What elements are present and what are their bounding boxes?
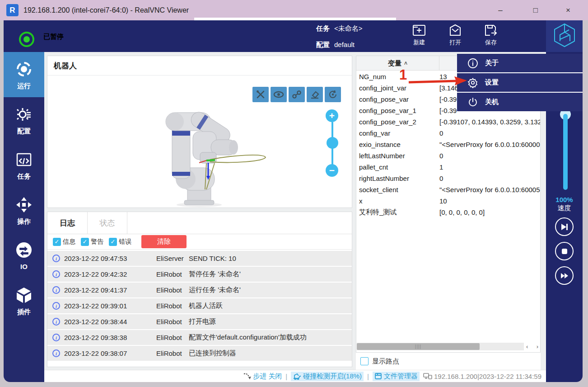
variable-row[interactable]: exio_instance "<ServerProxy for 6.0.0.10… [356, 139, 540, 150]
step-mode-toggle[interactable]: 步进 关闭 [243, 372, 282, 381]
collision-icon [293, 373, 301, 380]
speed-slider-track[interactable] [563, 114, 568, 190]
collision-detect-toggle[interactable]: 碰撞检测开启(18%) [291, 372, 364, 381]
reset-view-icon [327, 89, 338, 100]
variable-name: leftLastNumber [359, 152, 439, 160]
log-time: 2023-12-22 09:38:38 [64, 334, 144, 341]
maximize-button[interactable]: □ [523, 0, 548, 20]
variable-name: 艾利特_测试 [359, 208, 439, 217]
log-time: 2023-12-22 09:38:07 [64, 349, 144, 357]
scroll-left-icon[interactable]: ‹ [526, 343, 528, 350]
h-scrollbar-thumb[interactable]: |||| [357, 343, 480, 350]
info-circle-icon: i [52, 318, 60, 326]
log-row[interactable]: i 2023-12-22 09:39:01 EliRobot 机器人活跃 [47, 298, 352, 313]
log-message: 机器人活跃 [189, 302, 223, 310]
log-time: 2023-12-22 09:41:37 [64, 286, 144, 294]
variable-name: config_pose_var_1 [359, 107, 439, 114]
new-task-button[interactable]: 新建 [405, 24, 434, 47]
log-row[interactable]: i 2023-12-22 09:41:37 EliRobot 运行任务 '未命名… [47, 283, 352, 297]
sidebar-item-plugin[interactable]: 插件 [4, 278, 44, 323]
tab-status[interactable]: 状态 [88, 212, 127, 234]
robot-3d-view[interactable] [47, 76, 352, 208]
open-task-button[interactable]: 打开 [441, 24, 470, 47]
step-next-button[interactable] [555, 217, 574, 236]
tab-log[interactable]: 日志 [47, 212, 88, 234]
show-waypoints-label: 显示路点 [372, 357, 399, 366]
save-task-button[interactable]: 保存 [476, 24, 505, 47]
log-row[interactable]: i 2023-12-22 09:47:53 EliServer SEND TIC… [47, 251, 352, 266]
log-source: EliServer [156, 255, 189, 262]
minimize-button[interactable]: – [488, 0, 513, 20]
variable-row[interactable]: x 10 [356, 195, 540, 207]
variable-value: 0 [439, 152, 443, 160]
variable-name: config_pose_var [359, 95, 439, 103]
sidebar-item-operate[interactable]: 操作 [4, 188, 44, 233]
log-source: EliRobot [156, 302, 189, 310]
variable-row[interactable]: config_var 0 [356, 127, 540, 139]
variable-value: "<ServerProxy for 6.0.0.10:60000, [439, 141, 540, 148]
scroll-right-icon[interactable]: › [537, 343, 538, 350]
menu-item-settings[interactable]: 设置 [457, 73, 583, 92]
stop-button[interactable] [555, 242, 574, 260]
sidebar-item-label: 插件 [4, 308, 44, 316]
new-task-label: 新建 [405, 38, 434, 47]
zoom-slider-thumb[interactable] [327, 137, 338, 149]
log-message: 运行任务 '未命名' [189, 286, 241, 294]
path-button[interactable] [289, 87, 305, 102]
file-manager-button[interactable]: 文件管理器 [373, 372, 420, 381]
new-file-icon [405, 24, 434, 37]
zoom-in-button[interactable]: + [326, 109, 338, 122]
filter-warn-checkbox[interactable]: ✓ [81, 238, 89, 246]
eraser-icon [309, 90, 320, 99]
close-button[interactable]: × [555, 0, 581, 20]
sidebar-item-task[interactable]: 任务 [4, 142, 44, 188]
show-waypoints-checkbox[interactable] [360, 357, 369, 365]
sidebar-item-config[interactable]: 配置 [4, 97, 44, 142]
eraser-button[interactable] [307, 87, 323, 102]
tools-button[interactable] [252, 87, 269, 102]
brand-menu-button[interactable] [546, 20, 583, 52]
info-circle-icon: i [52, 334, 60, 341]
variable-row[interactable]: rightLastNumber 0 [356, 173, 540, 184]
collapse-chevron-icon[interactable]: ˄ [404, 60, 407, 66]
log-source: EliRobot [156, 349, 189, 357]
variable-row[interactable]: pallet_cnt 1 [356, 161, 540, 173]
filter-info-checkbox[interactable]: ✓ [53, 238, 61, 246]
config-icon [15, 117, 33, 125]
filter-error-checkbox[interactable]: ✓ [109, 238, 117, 246]
view-button[interactable] [271, 87, 287, 102]
variable-value: [-0.39 [439, 95, 457, 103]
variable-name: socket_client [359, 186, 439, 194]
clear-log-button[interactable]: 清除 [141, 235, 187, 248]
log-row[interactable]: i 2023-12-22 09:38:07 EliRobot 已连接到控制器 [47, 346, 352, 361]
log-panel: 日志 状态 ✓ 信息 ✓ 警告 ✓ 错误 清除 i 2023-12-22 09:… [47, 212, 352, 367]
fast-forward-button[interactable] [555, 266, 574, 285]
reset-view-button[interactable] [325, 87, 341, 102]
variable-value: 10 [439, 197, 447, 205]
variable-row[interactable]: 艾利特_测试 [0, 0, 0, 0, 0, 0] [356, 207, 540, 218]
variable-row[interactable]: config_pose_var_2 [-0.39107, 0.14393, 0.… [356, 116, 540, 127]
connection-status[interactable]: 192.168.1.200|2023-12-22 11:34:59 [423, 373, 541, 380]
log-message: 已连接到控制器 [189, 349, 236, 358]
robot-3d-panel: 机器人 [47, 56, 352, 208]
menu-item-about[interactable]: 关于 [457, 54, 583, 72]
variable-row[interactable]: leftLastNumber 0 [356, 150, 540, 161]
zoom-out-button[interactable]: − [326, 164, 338, 177]
log-row[interactable]: i 2023-12-22 09:38:44 EliRobot 打开电源 [47, 314, 352, 329]
menu-item-shutdown[interactable]: 关机 [457, 93, 583, 111]
sidebar-item-label: IO [4, 263, 44, 270]
log-time: 2023-12-22 09:38:44 [64, 318, 144, 326]
info-circle-icon: i [52, 286, 60, 294]
sidebar-item-io[interactable]: IO [4, 233, 44, 278]
variable-value: [-0.39 [439, 107, 457, 114]
sidebar-item-label: 配置 [4, 127, 44, 136]
log-time: 2023-12-22 09:39:01 [64, 302, 144, 310]
config-value: default [334, 41, 355, 48]
fast-forward-icon [560, 272, 569, 279]
log-row[interactable]: i 2023-12-22 09:42:32 EliRobot 暂停任务 '未命名… [47, 267, 352, 282]
log-source: EliRobot [156, 286, 189, 294]
sidebar-item-run[interactable]: 运行 [4, 52, 44, 97]
log-row[interactable]: i 2023-12-22 09:38:38 EliRobot 配置文件'defa… [47, 330, 352, 345]
menu-item-label: 设置 [485, 78, 499, 87]
variable-row[interactable]: socket_client "<ServerProxy for 6.0.0.10… [356, 184, 540, 195]
